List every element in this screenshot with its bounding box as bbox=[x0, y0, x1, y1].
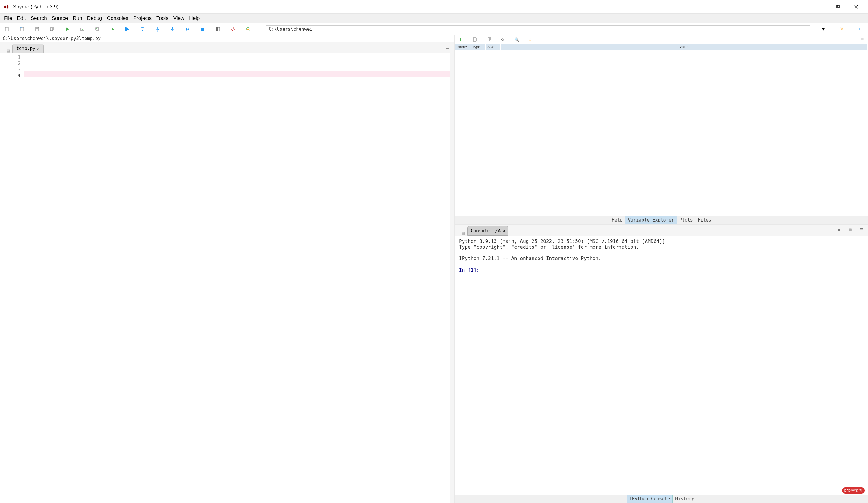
tab-help[interactable]: Help bbox=[609, 216, 625, 224]
console-toolbar: ⏹ 🗑 ☰ bbox=[837, 227, 865, 233]
code-area[interactable] bbox=[24, 53, 450, 503]
menu-edit[interactable]: Edit bbox=[14, 14, 28, 23]
console-clear-icon[interactable]: 🗑 bbox=[848, 227, 854, 233]
svg-text:I: I bbox=[111, 27, 112, 30]
tab-ipython-console[interactable]: IPython Console bbox=[627, 495, 673, 503]
spyder-icon bbox=[3, 3, 10, 11]
line-number: 2 bbox=[1, 61, 21, 66]
variable-explorer-headers: Name ▲ Type Size Value bbox=[455, 44, 868, 50]
editor-area[interactable]: 1 2 3 4 bbox=[0, 53, 454, 503]
var-header-name[interactable]: Name ▲ bbox=[455, 44, 471, 50]
console-tabs: ▤ Console 1/A ✕ ⏹ 🗑 ☰ bbox=[455, 225, 868, 236]
menu-search[interactable]: Search bbox=[28, 14, 50, 23]
working-directory-input[interactable]: C:\Users\chenwei bbox=[266, 25, 810, 33]
titlebar: Spyder (Python 3.9) bbox=[0, 0, 868, 13]
menu-projects[interactable]: Projects bbox=[131, 14, 154, 23]
close-button[interactable] bbox=[847, 1, 865, 13]
variable-explorer-body[interactable] bbox=[455, 50, 868, 216]
tab-list-icon[interactable]: ▤ bbox=[6, 49, 11, 53]
console-tab-list-icon[interactable]: ▤ bbox=[462, 231, 466, 236]
code-ruler bbox=[383, 53, 383, 503]
maximize-pane-icon[interactable] bbox=[215, 26, 221, 32]
menu-run[interactable]: Run bbox=[70, 14, 84, 23]
svg-marker-9 bbox=[82, 29, 83, 30]
app-window: Spyder (Python 3.9) File Edit Search Sou… bbox=[0, 0, 868, 503]
import-data-icon[interactable]: ⬇ bbox=[459, 37, 464, 42]
run-selection-icon[interactable]: I bbox=[110, 26, 115, 32]
working-directory-clear-icon[interactable]: ✕ bbox=[837, 25, 846, 33]
svg-rect-6 bbox=[21, 28, 23, 31]
console-tab-close-icon[interactable]: ✕ bbox=[503, 228, 505, 233]
menu-file[interactable]: File bbox=[1, 14, 14, 23]
save-data-icon[interactable] bbox=[473, 37, 478, 42]
debug-icon[interactable] bbox=[124, 26, 131, 32]
window-title: Spyder (Python 3.9) bbox=[13, 4, 811, 10]
editor-tab-close-icon[interactable]: ✕ bbox=[37, 46, 40, 51]
menu-debug[interactable]: Debug bbox=[85, 14, 105, 23]
menu-tools[interactable]: Tools bbox=[154, 14, 171, 23]
new-file-icon[interactable] bbox=[4, 26, 10, 32]
save-icon[interactable] bbox=[34, 26, 40, 32]
working-directory-browse-icon[interactable]: ＋ bbox=[855, 25, 864, 33]
line-number: 4 bbox=[1, 73, 21, 79]
debug-step-icon[interactable] bbox=[140, 26, 146, 32]
line-number: 3 bbox=[1, 66, 21, 73]
refresh-icon[interactable]: ⟲ bbox=[500, 37, 505, 42]
editor-tab-temp[interactable]: temp.py ✕ bbox=[12, 44, 44, 53]
editor-options-icon[interactable]: ☰ bbox=[446, 45, 452, 51]
svg-marker-15 bbox=[126, 28, 129, 31]
console-interrupt-icon[interactable]: ⏹ bbox=[837, 227, 843, 233]
debug-step-in-icon[interactable] bbox=[155, 26, 161, 32]
line-number: 1 bbox=[1, 54, 21, 61]
svg-marker-11 bbox=[96, 28, 97, 29]
right-pane: ⬇ ⟲ 🔍 ✕ ☰ Name ▲ Type Size Value Help bbox=[455, 35, 868, 503]
console-tab-1a[interactable]: Console 1/A ✕ bbox=[467, 226, 508, 236]
tab-plots[interactable]: Plots bbox=[677, 216, 695, 224]
svg-rect-1 bbox=[837, 6, 839, 8]
run-icon[interactable] bbox=[64, 26, 70, 32]
console-options-icon[interactable]: ☰ bbox=[860, 227, 865, 233]
variable-explorer-options-icon[interactable]: ☰ bbox=[860, 38, 864, 42]
svg-point-18 bbox=[157, 30, 158, 31]
svg-point-26 bbox=[247, 29, 249, 30]
toolbar: I C:\Users\chenwei ▾ ✕ ＋ bbox=[0, 23, 868, 35]
working-directory-dropdown[interactable]: ▾ bbox=[819, 25, 828, 33]
code-line bbox=[24, 65, 450, 71]
svg-marker-14 bbox=[112, 28, 114, 30]
menu-help[interactable]: Help bbox=[187, 14, 202, 23]
minimize-button[interactable] bbox=[811, 1, 829, 13]
editor-filepath: C:\Users\chenwei\.spyder-py3\temp.py bbox=[0, 35, 454, 42]
save-all-icon[interactable] bbox=[49, 26, 55, 32]
console-output[interactable]: Python 3.9.13 (main, Aug 25 2022, 23:51:… bbox=[455, 236, 868, 495]
save-data-as-icon[interactable] bbox=[487, 37, 492, 42]
maximize-button[interactable] bbox=[829, 1, 847, 13]
debug-continue-icon[interactable] bbox=[185, 26, 191, 32]
open-file-icon[interactable] bbox=[19, 26, 25, 32]
debug-stop-icon[interactable] bbox=[200, 26, 206, 32]
menu-view[interactable]: View bbox=[171, 14, 187, 23]
svg-point-17 bbox=[142, 30, 143, 31]
editor-pane: C:\Users\chenwei\.spyder-py3\temp.py ▤ t… bbox=[0, 35, 455, 503]
tab-files[interactable]: Files bbox=[695, 216, 714, 224]
debug-step-out-icon[interactable] bbox=[170, 26, 176, 32]
svg-marker-20 bbox=[186, 28, 188, 31]
svg-point-19 bbox=[172, 27, 173, 28]
run-cell-advance-icon[interactable] bbox=[94, 26, 100, 32]
run-cell-icon[interactable] bbox=[79, 26, 85, 32]
var-header-size[interactable]: Size bbox=[486, 44, 500, 50]
code-line-active bbox=[24, 71, 450, 78]
tab-history[interactable]: History bbox=[673, 495, 696, 503]
search-vars-icon[interactable]: 🔍 bbox=[515, 37, 519, 42]
menu-source[interactable]: Source bbox=[50, 14, 71, 23]
editor-scrollbar[interactable] bbox=[450, 53, 454, 503]
remove-all-icon[interactable]: ✕ bbox=[528, 37, 533, 42]
pythonpath-icon[interactable] bbox=[245, 26, 251, 32]
var-header-type[interactable]: Type bbox=[471, 44, 486, 50]
menu-consoles[interactable]: Consoles bbox=[105, 14, 131, 23]
svg-marker-21 bbox=[188, 28, 189, 31]
tab-variable-explorer[interactable]: Variable Explorer bbox=[625, 216, 677, 224]
preferences-icon[interactable] bbox=[230, 26, 236, 32]
var-header-value[interactable]: Value bbox=[500, 44, 868, 50]
svg-rect-2 bbox=[837, 5, 840, 7]
menubar: File Edit Search Source Run Debug Consol… bbox=[0, 13, 868, 23]
